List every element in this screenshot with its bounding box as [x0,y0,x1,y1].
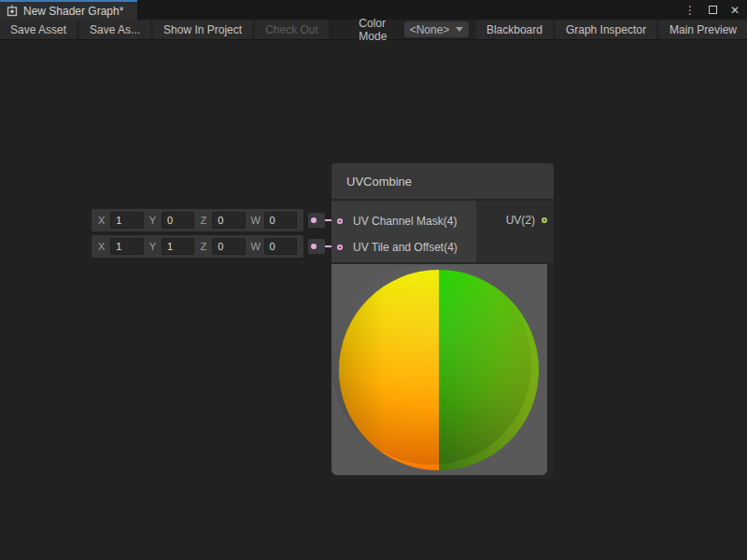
field-value-y[interactable]: 1 [162,238,194,255]
save-asset-button[interactable]: Save Asset [0,20,77,39]
save-as-button[interactable]: Save As... [79,20,150,39]
tab-new-shader-graph[interactable]: New Shader Graph* [0,0,137,20]
input-port-icon[interactable] [337,245,343,250]
chevron-down-icon [456,27,463,32]
node-uvcombine[interactable]: UVCombine UV Channel Mask(4) UV Tile and… [331,163,554,479]
field-label-x: X [98,241,105,252]
color-mode-label: Color Mode [351,20,403,39]
color-mode-value: <None> [410,23,450,36]
window-controls: ⋮ ✕ [684,0,747,20]
window-menu-icon[interactable]: ⋮ [684,5,696,16]
input-port-icon[interactable] [337,218,343,224]
shader-graph-icon [7,5,18,17]
tab-title: New Shader Graph* [23,5,123,18]
color-mode-dropdown[interactable]: <None> [404,21,469,37]
input-port-row: UV Tile and Offset(4) [331,234,476,260]
field-label-x: X [98,215,105,226]
node-preview [331,264,547,475]
field-value-x[interactable]: 1 [110,212,143,229]
toolbar-spacer [331,20,351,39]
field-value-z[interactable]: 0 [212,238,245,255]
sphere-shading [331,264,531,465]
output-port-icon[interactable] [542,217,547,223]
port-dot-icon [311,217,317,223]
vector4-input-row: X 1 Y 0 Z 0 W 0 [92,209,303,231]
blackboard-button[interactable]: Blackboard [476,20,553,39]
vector4-output-port[interactable] [308,239,325,254]
check-out-button: Check Out [255,20,329,39]
input-port-label: UV Tile and Offset(4) [353,241,458,254]
input-port-row: UV Channel Mask(4) [331,208,476,234]
graph-inspector-button[interactable]: Graph Inspector [556,20,656,39]
node-input-column: UV Channel Mask(4) UV Tile and Offset(4) [331,201,476,262]
node-output-column: UV(2) [476,201,554,262]
maximize-icon[interactable] [709,6,717,14]
field-label-y: Y [149,215,156,226]
show-in-project-button[interactable]: Show In Project [153,20,252,39]
field-label-w: W [251,241,259,252]
toolbar: Save Asset Save As... Show In Project Ch… [0,20,747,40]
output-port-row: UV(2) [476,210,554,231]
field-label-z: Z [200,241,206,252]
vector4-output-port[interactable] [308,213,325,228]
field-label-w: W [251,215,259,226]
close-icon[interactable]: ✕ [730,5,740,16]
graph-canvas[interactable]: X 1 Y 0 Z 0 W 0 X 1 Y 1 Z 0 W 0 UVCombin… [0,41,747,560]
field-value-z[interactable]: 0 [212,212,245,229]
port-dot-icon [311,244,317,249]
node-title[interactable]: UVCombine [331,163,554,199]
output-port-label: UV(2) [506,214,535,227]
field-value-w[interactable]: 0 [264,238,297,255]
field-value-x[interactable]: 1 [110,238,143,255]
field-label-y: Y [149,241,156,252]
field-value-w[interactable]: 0 [264,212,297,229]
field-label-z: Z [200,215,206,226]
field-value-y[interactable]: 0 [162,212,194,229]
input-port-label: UV Channel Mask(4) [353,215,457,228]
main-preview-button[interactable]: Main Preview [659,20,747,39]
vector4-input-row: X 1 Y 1 Z 0 W 0 [92,235,303,258]
node-ports: UV Channel Mask(4) UV Tile and Offset(4)… [331,201,554,262]
